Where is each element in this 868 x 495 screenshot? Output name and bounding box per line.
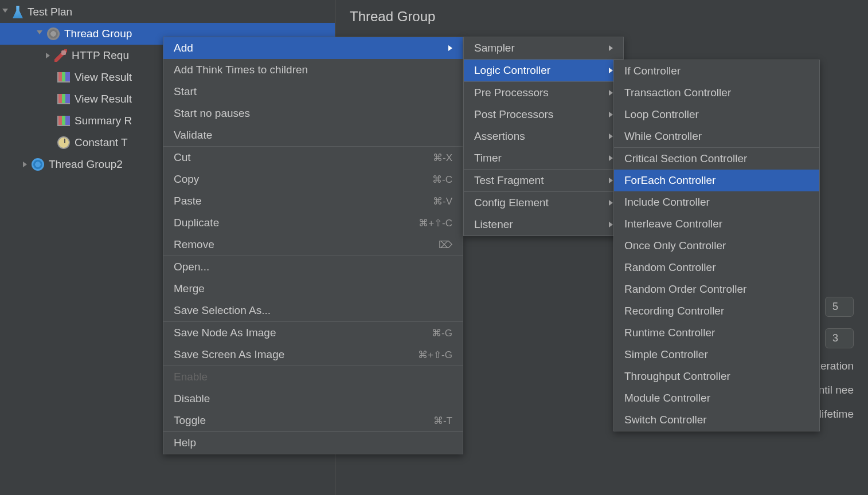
context-menu-main: Add Add Think Times to children Start St… [163, 37, 463, 454]
menu-item-start-no-pauses[interactable]: Start no pauses [163, 103, 463, 124]
shortcut: ⌘-V [433, 195, 452, 207]
flask-icon [13, 6, 23, 18]
menu-item-module-controller[interactable]: Module Controller [614, 387, 819, 409]
menu-item-while-controller[interactable]: While Controller [614, 125, 819, 147]
menu-item-save-screen-image[interactable]: Save Screen As Image⌘+⇧-G [163, 344, 463, 366]
menu-item-logic-controller[interactable]: Logic Controller [464, 60, 623, 81]
menu-label: Random Order Controller [624, 283, 746, 296]
menu-item-interleave-controller[interactable]: Interleave Controller [614, 213, 819, 235]
menu-label: Merge [174, 282, 205, 295]
menu-item-timer[interactable]: Timer [464, 147, 623, 169]
menu-label: Test Fragment [474, 174, 544, 187]
menu-item-listener[interactable]: Listener [464, 214, 623, 235]
menu-item-once-only-controller[interactable]: Once Only Controller [614, 235, 819, 257]
menu-label: Loop Controller [624, 108, 699, 121]
menu-item-paste[interactable]: Paste⌘-V [163, 190, 463, 212]
menu-label: Critical Section Controller [624, 152, 747, 165]
chevron-right-icon [609, 200, 613, 206]
chevron-right-icon[interactable] [46, 53, 50, 58]
menu-label: Timer [474, 152, 502, 164]
menu-label: Start [174, 85, 197, 98]
menu-item-open[interactable]: Open... [163, 256, 463, 278]
menu-item-switch-controller[interactable]: Switch Controller [614, 409, 819, 431]
tree-label: Test Plan [28, 6, 72, 18]
menu-label: Config Element [474, 197, 549, 209]
chart-icon [57, 116, 70, 126]
menu-item-cut[interactable]: Cut⌘-X [163, 147, 463, 168]
menu-label: ForEach Controller [624, 174, 715, 187]
menu-label: Enable [174, 371, 208, 383]
menu-item-add[interactable]: Add [163, 37, 463, 59]
timer-icon [57, 136, 70, 149]
menu-item-transaction-controller[interactable]: Transaction Controller [614, 82, 819, 104]
menu-item-assertions[interactable]: Assertions [464, 125, 623, 147]
menu-item-think-times[interactable]: Add Think Times to children [163, 59, 463, 81]
tree-item-test-plan[interactable]: Test Plan [0, 1, 335, 23]
menu-label: If Controller [624, 65, 681, 77]
shortcut: ⌘-T [433, 415, 452, 427]
menu-label: Save Screen As Image [174, 348, 284, 361]
menu-item-duplicate[interactable]: Duplicate⌘+⇧-C [163, 212, 463, 234]
menu-item-pre-processors[interactable]: Pre Processors [464, 82, 623, 104]
menu-label: Runtime Controller [624, 327, 715, 339]
menu-label: Sampler [474, 42, 515, 54]
menu-label: Throughput Controller [624, 370, 730, 383]
menu-item-include-controller[interactable]: Include Controller [614, 191, 819, 213]
gear-icon [47, 28, 60, 40]
menu-item-runtime-controller[interactable]: Runtime Controller [614, 322, 819, 344]
ramp-input[interactable] [825, 297, 854, 317]
gear-icon [32, 158, 44, 171]
tree-label: HTTP Requ [72, 49, 129, 62]
shortcut: ⌘-X [433, 152, 452, 164]
menu-item-save-selection[interactable]: Save Selection As... [163, 300, 463, 321]
chevron-down-icon[interactable] [37, 30, 42, 37]
chevron-down-icon[interactable] [2, 9, 8, 15]
menu-item-validate[interactable]: Validate [163, 124, 463, 146]
menu-item-recording-controller[interactable]: Recording Controller [614, 300, 819, 322]
menu-item-disable[interactable]: Disable [163, 388, 463, 410]
menu-label: Copy [174, 173, 199, 186]
shortcut: ⌘-C [432, 174, 452, 186]
chevron-right-icon [609, 155, 613, 161]
chevron-right-icon[interactable] [23, 162, 27, 167]
shortcut: ⌘+⇧-C [419, 217, 452, 229]
menu-item-help[interactable]: Help [163, 432, 463, 454]
menu-item-foreach-controller[interactable]: ForEach Controller [614, 170, 819, 191]
tree-label: View Result [75, 71, 132, 84]
menu-item-critical-section-controller[interactable]: Critical Section Controller [614, 148, 819, 170]
menu-label: Interleave Controller [624, 218, 722, 230]
chevron-right-icon [609, 90, 613, 96]
menu-item-test-fragment[interactable]: Test Fragment [464, 170, 623, 191]
menu-item-throughput-controller[interactable]: Throughput Controller [614, 366, 819, 387]
menu-item-copy[interactable]: Copy⌘-C [163, 168, 463, 190]
menu-item-random-controller[interactable]: Random Controller [614, 257, 819, 278]
menu-item-toggle[interactable]: Toggle⌘-T [163, 410, 463, 431]
menu-item-loop-controller[interactable]: Loop Controller [614, 104, 819, 125]
menu-label: Switch Controller [624, 414, 707, 426]
spacer [46, 139, 53, 146]
menu-item-enable: Enable [163, 366, 463, 388]
menu-item-save-node-image[interactable]: Save Node As Image⌘-G [163, 322, 463, 344]
menu-item-merge[interactable]: Merge [163, 278, 463, 300]
menu-label: Listener [474, 218, 513, 231]
menu-label: Random Controller [624, 261, 715, 274]
menu-item-start[interactable]: Start [163, 81, 463, 103]
chevron-right-icon [609, 222, 613, 227]
chart-icon [57, 94, 70, 104]
menu-item-random-order-controller[interactable]: Random Order Controller [614, 278, 819, 300]
menu-label: Toggle [174, 414, 206, 427]
menu-label: Once Only Controller [624, 239, 726, 252]
tree-label: Thread Group2 [49, 158, 123, 171]
context-menu-add: Sampler Logic Controller Pre Processors … [463, 37, 624, 236]
menu-item-simple-controller[interactable]: Simple Controller [614, 344, 819, 366]
menu-item-config-element[interactable]: Config Element [464, 192, 623, 214]
chevron-right-icon [448, 45, 452, 51]
menu-item-post-processors[interactable]: Post Processors [464, 104, 623, 125]
menu-label: Add Think Times to children [174, 64, 308, 76]
menu-label: Transaction Controller [624, 87, 731, 99]
menu-item-remove[interactable]: Remove⌦ [163, 234, 463, 256]
menu-item-if-controller[interactable]: If Controller [614, 60, 819, 82]
loop-input[interactable] [825, 328, 854, 348]
menu-label: Duplicate [174, 217, 219, 229]
menu-item-sampler[interactable]: Sampler [464, 37, 623, 59]
